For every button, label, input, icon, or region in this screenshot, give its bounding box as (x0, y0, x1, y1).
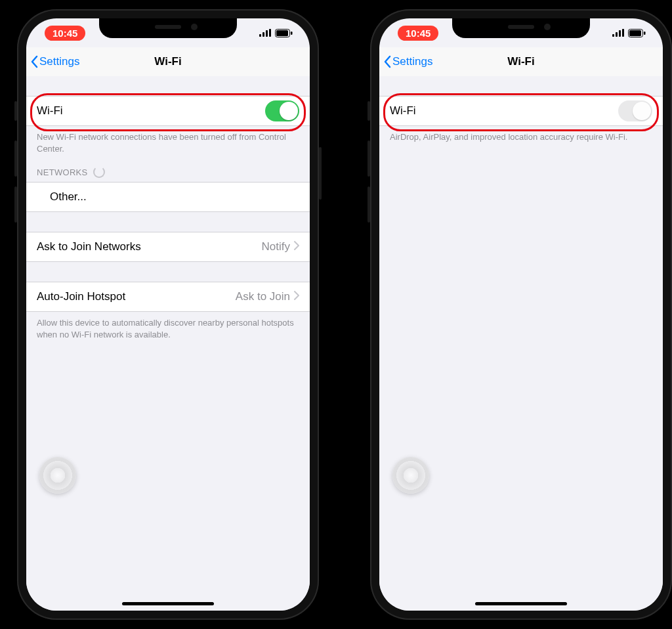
auto-join-footer: Allow this device to automatically disco… (26, 312, 310, 340)
chevron-right-icon (294, 240, 299, 253)
cellular-signal-icon (259, 29, 271, 37)
nav-bar: Settings Wi-Fi (26, 47, 310, 77)
wifi-toggle[interactable] (265, 100, 299, 121)
volume-down-button (368, 186, 370, 223)
svg-rect-7 (612, 34, 614, 37)
battery-icon (275, 29, 293, 37)
assistive-touch-button[interactable] (392, 457, 429, 494)
svg-rect-9 (619, 30, 621, 37)
back-label: Settings (39, 55, 79, 68)
wifi-toggle-row[interactable]: Wi-Fi (379, 96, 663, 126)
auto-join-hotspot-row[interactable]: Auto-Join Hotspot Ask to Join (26, 282, 310, 312)
status-time-pill[interactable]: 10:45 (45, 26, 85, 41)
wifi-note: AirDrop, AirPlay, and improved location … (379, 126, 663, 143)
other-network-label: Other... (50, 190, 87, 204)
notch (452, 18, 590, 38)
assistive-touch-button[interactable] (39, 457, 76, 494)
loading-spinner-icon (93, 166, 105, 178)
wifi-toggle-label: Wi-Fi (390, 104, 416, 118)
notch (99, 18, 237, 38)
battery-icon (628, 29, 646, 37)
cellular-signal-icon (612, 29, 624, 37)
screen-left: 10:45 Settings Wi-Fi (26, 18, 310, 611)
mute-switch (14, 101, 17, 121)
back-button[interactable]: Settings (379, 55, 432, 68)
networks-header: NETWORKS (26, 166, 310, 182)
auto-join-value: Ask to Join (236, 290, 290, 303)
chevron-left-icon (383, 55, 391, 68)
nav-bar: Settings Wi-Fi (379, 47, 663, 77)
chevron-right-icon (294, 290, 299, 303)
svg-rect-0 (259, 34, 261, 37)
svg-rect-5 (276, 30, 288, 36)
back-button[interactable]: Settings (26, 55, 79, 68)
side-button (319, 147, 322, 200)
home-indicator[interactable] (122, 602, 214, 605)
svg-rect-3 (269, 29, 271, 37)
ask-to-join-label: Ask to Join Networks (37, 240, 141, 253)
screen-right: 10:45 Settings Wi-Fi (379, 18, 663, 611)
content-right: Wi-Fi AirDrop, AirPlay, and improved loc… (379, 76, 663, 611)
volume-up-button (368, 141, 370, 177)
phone-frame-right: 10:45 Settings Wi-Fi (370, 9, 672, 620)
status-time-pill[interactable]: 10:45 (398, 26, 438, 41)
auto-join-label: Auto-Join Hotspot (37, 290, 125, 303)
wifi-note: New Wi-Fi network connections have been … (26, 126, 310, 154)
svg-rect-1 (262, 32, 264, 37)
svg-rect-6 (291, 32, 293, 35)
ask-to-join-row[interactable]: Ask to Join Networks Notify (26, 232, 310, 262)
wifi-toggle-row[interactable]: Wi-Fi (26, 96, 310, 126)
chevron-left-icon (30, 55, 38, 68)
content-left: Wi-Fi New Wi-Fi network connections have… (26, 76, 310, 611)
svg-rect-2 (266, 30, 268, 37)
mute-switch (368, 101, 370, 121)
home-indicator[interactable] (475, 602, 567, 605)
ask-to-join-value: Notify (262, 240, 290, 253)
svg-rect-12 (629, 30, 641, 36)
back-label: Settings (392, 55, 432, 68)
phone-frame-left: 10:45 Settings Wi-Fi (17, 9, 319, 620)
wifi-toggle-label: Wi-Fi (37, 104, 63, 118)
other-network-row[interactable]: Other... (26, 182, 310, 212)
svg-rect-10 (622, 29, 624, 37)
volume-down-button (14, 186, 17, 223)
svg-rect-13 (644, 32, 646, 35)
wifi-toggle[interactable] (618, 100, 652, 121)
volume-up-button (14, 141, 17, 177)
svg-rect-8 (616, 32, 618, 37)
